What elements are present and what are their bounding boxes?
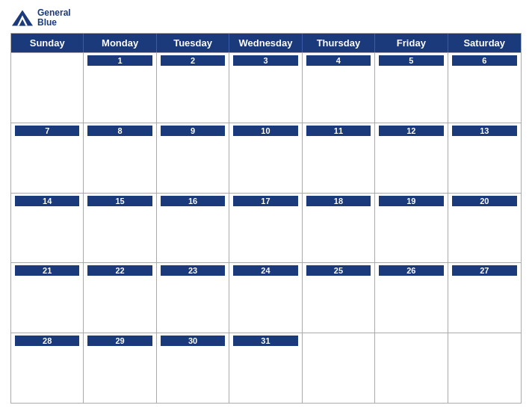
day-cell: 6 bbox=[448, 53, 521, 123]
day-number: 9 bbox=[161, 126, 225, 136]
day-cell: 1 bbox=[84, 53, 156, 123]
day-cell: 16 bbox=[157, 194, 229, 263]
day-header-tuesday: Tuesday bbox=[157, 34, 229, 52]
header: General Blue bbox=[10, 7, 522, 28]
day-cell: 30 bbox=[157, 333, 229, 403]
day-number: 28 bbox=[15, 336, 79, 346]
day-cell: 4 bbox=[303, 53, 375, 123]
day-header-wednesday: Wednesday bbox=[229, 34, 302, 52]
day-header-sunday: Sunday bbox=[11, 34, 84, 52]
day-number: 11 bbox=[306, 126, 371, 136]
week-row-3: 14151617181920 bbox=[11, 193, 521, 263]
day-number: 13 bbox=[452, 126, 517, 136]
calendar: SundayMondayTuesdayWednesdayThursdayFrid… bbox=[10, 33, 522, 404]
day-cell: 2 bbox=[157, 53, 229, 123]
day-cell bbox=[11, 53, 84, 123]
day-cell: 14 bbox=[11, 194, 84, 263]
day-number: 21 bbox=[15, 265, 79, 276]
day-number: 18 bbox=[306, 196, 371, 206]
day-number: 4 bbox=[306, 55, 371, 66]
week-row-5: 28293031 bbox=[11, 333, 521, 403]
logo-text: General Blue bbox=[37, 8, 71, 28]
day-cell: 15 bbox=[84, 194, 156, 263]
day-number: 3 bbox=[233, 55, 297, 66]
week-row-1: 123456 bbox=[11, 52, 521, 123]
weeks: 1234567891011121314151617181920212223242… bbox=[11, 52, 521, 403]
day-number: 16 bbox=[161, 196, 225, 206]
day-cell: 26 bbox=[375, 263, 448, 333]
day-cell: 13 bbox=[448, 123, 521, 193]
day-number: 24 bbox=[233, 265, 297, 276]
day-number: 19 bbox=[379, 196, 443, 206]
day-cell bbox=[448, 333, 521, 403]
day-cell: 12 bbox=[375, 123, 448, 193]
day-number: 30 bbox=[161, 336, 225, 346]
day-number: 5 bbox=[379, 55, 443, 66]
day-cell: 9 bbox=[157, 123, 229, 193]
day-number: 15 bbox=[87, 196, 152, 206]
day-cell: 18 bbox=[303, 194, 375, 263]
day-cell: 20 bbox=[448, 194, 521, 263]
day-number: 22 bbox=[87, 265, 152, 276]
day-cell: 7 bbox=[11, 123, 84, 193]
day-cell: 17 bbox=[229, 194, 302, 263]
day-number: 17 bbox=[233, 196, 297, 206]
calendar-page: General Blue SundayMondayTuesdayWednesda… bbox=[0, 0, 532, 411]
day-headers: SundayMondayTuesdayWednesdayThursdayFrid… bbox=[11, 34, 521, 52]
logo: General Blue bbox=[10, 7, 71, 28]
day-cell: 21 bbox=[11, 263, 84, 333]
day-cell bbox=[303, 333, 375, 403]
day-number: 29 bbox=[87, 336, 152, 346]
day-number: 20 bbox=[452, 196, 517, 206]
week-row-4: 21222324252627 bbox=[11, 262, 521, 333]
day-cell: 11 bbox=[303, 123, 375, 193]
day-number: 2 bbox=[161, 55, 225, 66]
day-number: 14 bbox=[15, 196, 79, 206]
day-cell: 10 bbox=[229, 123, 302, 193]
day-cell bbox=[375, 333, 448, 403]
day-header-friday: Friday bbox=[375, 34, 448, 52]
day-cell: 25 bbox=[303, 263, 375, 333]
day-cell: 24 bbox=[229, 263, 302, 333]
day-number: 26 bbox=[379, 265, 443, 276]
day-number: 23 bbox=[161, 265, 225, 276]
day-number: 6 bbox=[452, 55, 517, 66]
day-cell: 5 bbox=[375, 53, 448, 123]
day-cell: 28 bbox=[11, 333, 84, 403]
day-header-monday: Monday bbox=[84, 34, 156, 52]
day-cell: 22 bbox=[84, 263, 156, 333]
day-number: 31 bbox=[233, 336, 297, 346]
day-number: 7 bbox=[15, 126, 79, 136]
week-row-2: 78910111213 bbox=[11, 123, 521, 193]
day-number: 27 bbox=[452, 265, 517, 276]
day-cell: 19 bbox=[375, 194, 448, 263]
day-cell: 23 bbox=[157, 263, 229, 333]
day-number: 8 bbox=[87, 126, 152, 136]
day-cell: 8 bbox=[84, 123, 156, 193]
day-number: 1 bbox=[87, 55, 152, 66]
day-header-thursday: Thursday bbox=[303, 34, 375, 52]
day-cell: 3 bbox=[229, 53, 302, 123]
day-number: 25 bbox=[306, 265, 371, 276]
logo-icon bbox=[10, 7, 34, 28]
day-cell: 31 bbox=[229, 333, 302, 403]
day-number: 10 bbox=[233, 126, 297, 136]
day-cell: 29 bbox=[84, 333, 156, 403]
day-cell: 27 bbox=[448, 263, 521, 333]
day-number: 12 bbox=[379, 126, 443, 136]
day-header-saturday: Saturday bbox=[448, 34, 521, 52]
